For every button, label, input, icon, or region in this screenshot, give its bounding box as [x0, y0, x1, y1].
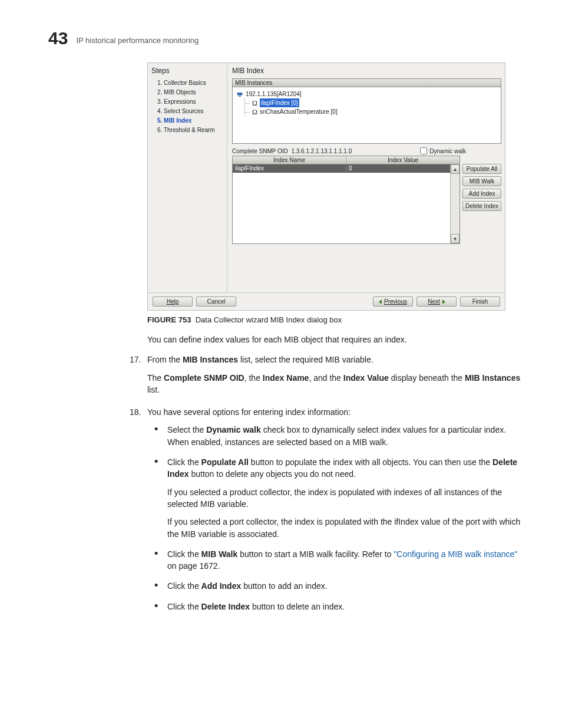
- previous-button[interactable]: Previous: [373, 297, 413, 307]
- step-3[interactable]: 3. Expressions: [157, 97, 223, 107]
- step-4[interactable]: 4. Select Sources: [157, 107, 223, 116]
- help-button[interactable]: Help: [153, 297, 193, 307]
- omega-icon: Ω: [252, 108, 257, 116]
- step-6[interactable]: 6. Threshold & Rearm: [157, 126, 223, 135]
- tree-root[interactable]: 192.1.1.135[AR1204]: [236, 90, 498, 98]
- device-icon: [236, 91, 243, 98]
- step-1[interactable]: 1. Collector Basics: [157, 78, 223, 88]
- populate-all-button[interactable]: Populate All: [462, 164, 501, 174]
- col-index-name: Index Name: [233, 156, 346, 164]
- mib-instances-box: MIB Instances 192.1.1.135[AR1204] Ω ilap…: [232, 78, 501, 144]
- dynamic-walk-checkbox[interactable]: Dynamic walk: [420, 147, 466, 154]
- cancel-button[interactable]: Cancel: [196, 297, 236, 307]
- bullet-populate-all: Click the Populate All button to populat…: [167, 456, 522, 540]
- wizard-steps-panel: Steps 1. Collector Basics 2. MIB Objects…: [148, 63, 227, 292]
- panel-title: MIB Index: [232, 67, 501, 75]
- tree-item[interactable]: Ω snChasActualTemperature [0]: [245, 107, 498, 116]
- chapter-title: IP historical performance monitoring: [76, 36, 199, 47]
- chapter-number: 43: [48, 29, 68, 47]
- intro-paragraph: You can define index values for each MIB…: [147, 334, 522, 345]
- scroll-up-icon[interactable]: ▲: [451, 164, 459, 174]
- table-row[interactable]: ilapIFIndex 0: [233, 164, 459, 173]
- step-18: 18. You have several options for enterin…: [130, 406, 522, 621]
- col-index-value: Index Value: [346, 156, 459, 164]
- add-index-button[interactable]: Add Index: [462, 189, 501, 199]
- scrollbar[interactable]: ▲ ▼: [450, 164, 459, 243]
- oid-display: Complete SNMP OID 1.3.6.1.2.1.13.1.1.1.1…: [232, 148, 352, 154]
- omega-icon: Ω: [252, 100, 257, 107]
- bullet-delete-index: Click the Delete Index button to delete …: [167, 601, 522, 612]
- index-table[interactable]: Index Name Index Value ilapIFIndex 0 ▲ ▼: [232, 156, 460, 244]
- mib-walk-button[interactable]: MIB Walk: [462, 176, 501, 186]
- scroll-down-icon[interactable]: ▼: [451, 234, 459, 243]
- step-2[interactable]: 2. MIB Objects: [157, 88, 223, 97]
- svg-rect-0: [237, 93, 243, 95]
- link-configuring-mib-walk[interactable]: "Configuring a MIB walk instance": [394, 549, 517, 559]
- next-button[interactable]: Next: [416, 297, 457, 307]
- svg-rect-1: [239, 95, 242, 97]
- steps-title: Steps: [151, 67, 223, 75]
- bullet-add-index: Click the Add Index button to add an ind…: [167, 580, 522, 592]
- step-5-current[interactable]: 5. MIB Index: [157, 116, 223, 126]
- finish-button[interactable]: Finish: [460, 297, 500, 307]
- bullet-mib-walk: Click the MIB Walk button to start a MIB…: [167, 548, 522, 572]
- mib-instances-label: MIB Instances: [233, 79, 501, 87]
- tree-item-selected[interactable]: Ω ilapIFIndex [0]: [245, 98, 498, 107]
- delete-index-button[interactable]: Delete Index: [462, 201, 501, 211]
- step-17: 17. From the MIB Instances list, select …: [130, 354, 522, 401]
- page-header: 43 IP historical performance monitoring: [48, 29, 522, 47]
- bullet-dynamic-walk: Select the Dynamic walk check box to dyn…: [167, 424, 522, 448]
- figure-dialog: Steps 1. Collector Basics 2. MIB Objects…: [147, 62, 522, 311]
- figure-caption: FIGURE 753 Data Collector wizard MIB Ind…: [147, 315, 522, 324]
